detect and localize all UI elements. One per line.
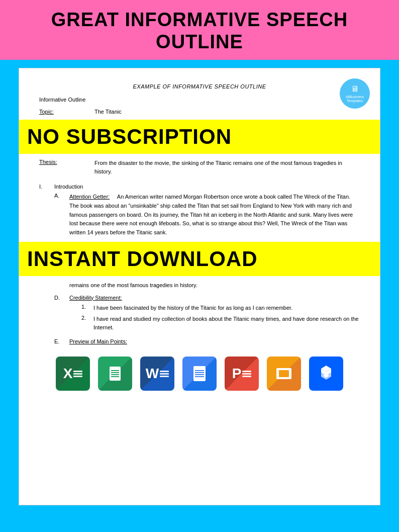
reason-partial: remains one of the most famous tragedies… — [39, 281, 360, 290]
credibility-label: Credibility Statement: — [69, 295, 360, 301]
thesis-row: Thesis: From the disaster to the movie, … — [39, 159, 360, 175]
header: GREAT INFORMATIVE SPEECH OUTLINE — [0, 0, 399, 60]
credibility-content: Credibility Statement: 1. I have been fa… — [69, 295, 360, 335]
cred-text-2: I have read and studied my collection of… — [93, 315, 360, 331]
preview-letter: E. — [54, 338, 69, 346]
preview-label: Preview of Main Points: — [69, 338, 360, 344]
attention-getter-row: A. Attention Getter: An American writer … — [39, 193, 360, 237]
reason-partial-text: remains one of the most famous tragedies… — [69, 282, 197, 288]
cred-text-1: I have been fascinated by the history of… — [93, 304, 360, 312]
topic-label: Topic: — [39, 109, 94, 115]
section-i-num: I. — [39, 184, 54, 190]
logo-line1: AllBusiness — [346, 95, 364, 99]
word-icon[interactable]: W — [140, 357, 174, 391]
topic-value: The Titanic — [94, 109, 360, 115]
logo-icon: 🖥 — [351, 84, 359, 94]
cred-num-1: 1. — [81, 304, 93, 312]
section-i-title: Introduction — [54, 184, 360, 190]
dropbox-icon[interactable] — [309, 357, 343, 391]
credibility-item-2: 2. I have read and studied my collection… — [69, 315, 360, 331]
preview-content: Preview of Main Points: — [69, 338, 360, 346]
cred-num-2: 2. — [81, 315, 93, 331]
slides-icon[interactable] — [267, 357, 301, 391]
doc-center-title: EXAMPLE OF INFORMATIVE SPEECH OUTLINE — [39, 83, 360, 90]
credibility-row: D. Credibility Statement: 1. I have been… — [39, 295, 360, 335]
outline-label: Informative Outline — [39, 97, 360, 103]
attention-getter-content: Attention Getter: An American writer nam… — [69, 193, 360, 237]
docs-icon[interactable] — [182, 357, 217, 391]
icons-bar: X — [39, 357, 360, 396]
logo: 🖥 AllBusiness Templates — [340, 78, 370, 109]
section-i: I. Introduction — [39, 184, 360, 190]
credibility-item-1: 1. I have been fascinated by the history… — [69, 304, 360, 312]
sheets-icon[interactable] — [98, 357, 132, 391]
attention-getter-text: An American writer named Morgan Robertso… — [69, 194, 353, 235]
topic-row: Topic: The Titanic — [39, 109, 360, 115]
page-title: GREAT INFORMATIVE SPEECH OUTLINE — [10, 9, 389, 53]
attention-getter-letter: A. — [54, 193, 69, 237]
no-sub-text: NO SUBSCRIPTION — [27, 125, 232, 149]
document-wrapper: 🖥 AllBusiness Templates EXAMPLE OF INFOR… — [19, 68, 380, 505]
attention-getter-label: Attention Getter: — [69, 194, 110, 200]
thesis-value: From the disaster to the movie, the sink… — [94, 159, 360, 175]
instant-download-text: INSTANT DOWNLOAD — [27, 247, 258, 271]
logo-line2: Templates — [347, 99, 363, 103]
thesis-label: Thesis: — [39, 159, 94, 175]
excel-icon[interactable]: X — [56, 357, 90, 391]
preview-row: E. Preview of Main Points: — [39, 338, 360, 346]
instant-download-banner[interactable]: INSTANT DOWNLOAD — [19, 242, 380, 276]
powerpoint-icon[interactable]: P — [225, 357, 259, 391]
credibility-letter: D. — [54, 295, 69, 335]
no-subscription-banner: NO SUBSCRIPTION — [19, 120, 380, 154]
